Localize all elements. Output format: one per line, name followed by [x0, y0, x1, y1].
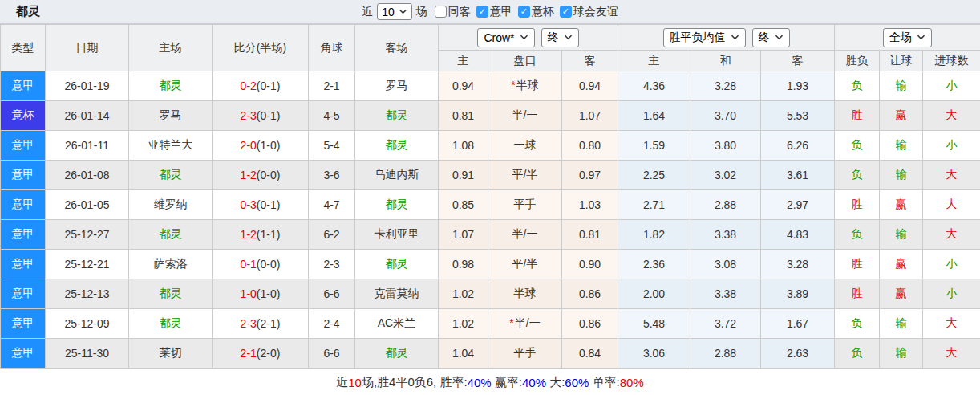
table-row: 意甲 26-01-08 都灵 1-2(0-0) 3-6 乌迪内斯 0.91 平/…: [1, 161, 980, 190]
odds-home: 1.02: [439, 309, 488, 339]
handicap-star-icon: *: [509, 316, 513, 329]
recent-label: 近: [362, 5, 373, 19]
filter-label: 球会友谊: [573, 5, 618, 19]
matches-table: 类型 日期 主场 比分(半场) 角球 客场 Crow* 终: [0, 24, 980, 369]
halftime-score: (0-1): [257, 109, 281, 122]
result-win-loss: 负: [835, 220, 880, 250]
result-handicap: 赢: [880, 250, 923, 279]
league-badge: 意甲: [1, 71, 46, 101]
odds-home: 0.91: [439, 161, 488, 190]
filter-同客[interactable]: 同客: [435, 5, 471, 19]
avg-home: 1.64: [618, 101, 690, 131]
table-row: 意杯 26-01-14 罗马 2-3(0-1) 4-5 都灵 0.81 半/一 …: [1, 101, 980, 131]
odds-away: 0.94: [562, 71, 618, 101]
recent-count-select[interactable]: 10: [377, 3, 412, 20]
odds-away: 0.80: [562, 131, 618, 161]
corners: 4-5: [309, 101, 355, 131]
filter-球会友谊[interactable]: ✓球会友谊: [560, 5, 618, 19]
odds-away: 0.81: [562, 220, 618, 250]
result-goals: 大: [923, 339, 980, 369]
handicap-cell: *半球: [488, 71, 562, 101]
chevron-down-icon: [399, 9, 407, 14]
odds-home: 1.08: [439, 131, 488, 161]
handicap-label: 一球: [514, 138, 537, 151]
avg-home: 2.00: [618, 279, 690, 309]
handicap-label: 半/一: [515, 316, 541, 329]
filter-意杯[interactable]: ✓意杯: [518, 5, 554, 19]
away-team: 卡利亚里: [355, 220, 439, 250]
fulltime-score: 1-2: [241, 228, 257, 241]
subcol-avg-draw: 和: [690, 51, 761, 71]
avg-draw: 3.38: [690, 220, 761, 250]
away-team: 乌迪内斯: [355, 161, 439, 190]
fulltime-score: 2-1: [241, 347, 257, 360]
subcol-result: 胜负: [835, 51, 880, 71]
avg-stage-select[interactable]: 终: [752, 28, 790, 47]
scope-select[interactable]: 全场: [883, 28, 932, 47]
league-badge: 意甲: [1, 131, 46, 161]
checkbox-checked-icon[interactable]: ✓: [518, 6, 530, 18]
chevron-down-icon: [917, 35, 925, 40]
col-header-home: 主场: [129, 25, 213, 71]
page-title: 都灵: [16, 4, 40, 19]
subcol-odds-away: 客: [562, 51, 618, 71]
odds-home: 1.04: [439, 339, 488, 369]
match-date: 26-01-05: [46, 190, 129, 220]
filter-controls: 近 10 场 同客✓意甲✓意杯✓球会友谊: [362, 3, 618, 20]
odds-away: 0.97: [562, 161, 618, 190]
fulltime-score: 2-3: [241, 109, 257, 122]
home-team: 亚特兰大: [129, 131, 213, 161]
checkbox-checked-icon[interactable]: ✓: [560, 6, 572, 18]
away-team: 罗马: [355, 71, 439, 101]
home-team: 都灵: [129, 309, 213, 339]
summary-line: 近10场,胜4平0负6, 胜率:40% 赢率:40% 大:60% 单率:80%: [0, 369, 980, 395]
table-row: 意甲 25-12-21 萨索洛 0-1(0-0) 2-3 都灵 0.98 平/半…: [1, 250, 980, 279]
result-goals: 大: [923, 309, 980, 339]
table-row: 意甲 26-01-11 亚特兰大 2-0(1-0) 5-4 都灵 1.08 一球…: [1, 131, 980, 161]
avg-home: 2.71: [618, 190, 690, 220]
table-row: 意甲 26-01-19 都灵 0-2(0-1) 2-1 罗马 0.94 *半球 …: [1, 71, 980, 101]
halftime-score: (1-1): [257, 228, 281, 241]
odds-away: 0.84: [562, 339, 618, 369]
match-date: 26-01-08: [46, 161, 129, 190]
odds-source-select[interactable]: Crow*: [477, 28, 534, 47]
result-goals: 大: [923, 220, 980, 250]
chevron-down-icon: [520, 35, 528, 40]
handicap-cell: 平/半: [488, 161, 562, 190]
filter-意甲[interactable]: ✓意甲: [476, 5, 512, 19]
home-team: 维罗纳: [129, 190, 213, 220]
fulltime-score: 1-2: [241, 169, 257, 181]
result-handicap: 赢: [880, 101, 923, 131]
odds-stage-select[interactable]: 终: [541, 28, 579, 47]
match-date: 26-01-19: [46, 71, 129, 101]
checkbox-unchecked-icon[interactable]: [435, 6, 447, 18]
away-team: 克雷莫纳: [355, 279, 439, 309]
avg-away: 1.93: [761, 71, 835, 101]
result-handicap: 赢: [880, 279, 923, 309]
handicap-cell: *半/一: [488, 309, 562, 339]
handicap-cell: 一球: [488, 131, 562, 161]
home-team: 都灵: [129, 161, 213, 190]
table-row: 意甲 26-01-05 维罗纳 0-3(0-1) 4-7 都灵 0.85 平手 …: [1, 190, 980, 220]
avg-draw: 2.88: [690, 190, 761, 220]
summary-segment: 40%: [468, 376, 492, 389]
score-cell: 2-3(2-1): [213, 309, 309, 339]
checkbox-checked-icon[interactable]: ✓: [476, 6, 488, 18]
summary-segment: 近: [336, 375, 348, 390]
odds-source-value: Crow*: [484, 31, 514, 44]
score-cell: 1-0(1-0): [213, 279, 309, 309]
avg-home: 3.06: [618, 339, 690, 369]
handicap-cell: 平/半: [488, 250, 562, 279]
result-goals: 小: [923, 279, 980, 309]
result-win-loss: 胜: [835, 101, 880, 131]
matches-tbody: 意甲 26-01-19 都灵 0-2(0-1) 2-1 罗马 0.94 *半球 …: [1, 71, 980, 369]
summary-segment: 大:: [546, 375, 565, 390]
odds-away: 0.86: [562, 279, 618, 309]
result-handicap: 输: [880, 220, 923, 250]
away-team: 都灵: [355, 131, 439, 161]
scope-header-group: 全场: [835, 25, 980, 51]
corners: 4-7: [309, 190, 355, 220]
col-header-type: 类型: [1, 25, 46, 71]
result-handicap: 赢: [880, 190, 923, 220]
avg-source-select[interactable]: 胜平负均值: [663, 28, 746, 47]
